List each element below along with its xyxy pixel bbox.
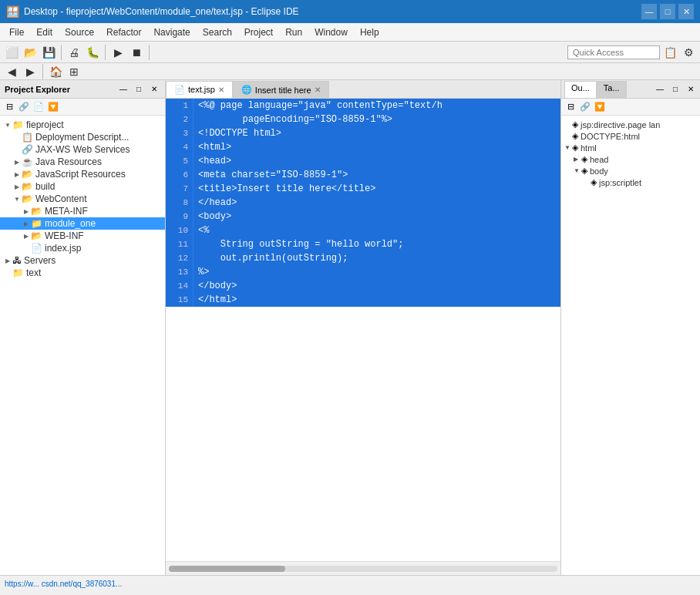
tree-item[interactable]: ▶📂build — [0, 180, 165, 193]
line-content[interactable]: <title>Insert title here</title> — [194, 182, 375, 196]
code-line: 11 String outString = "hello world"; — [166, 237, 560, 251]
menu-item-refactor[interactable]: Refactor — [100, 25, 147, 39]
outline-close-btn[interactable]: ✕ — [685, 83, 697, 96]
outline-collapse-btn[interactable]: ⊟ — [564, 100, 577, 114]
editor-tab[interactable]: 🌐Insert title here✕ — [233, 81, 329, 98]
editor-scrollbar[interactable] — [166, 561, 560, 575]
line-content[interactable]: String outString = "hello world"; — [194, 237, 403, 251]
outline-tab[interactable]: Ou... — [564, 81, 597, 98]
expand-button[interactable]: ⊞ — [66, 63, 82, 80]
outline-tree-item[interactable]: ◈jsp:scriptlet — [561, 176, 700, 188]
home-button[interactable]: 🏠 — [47, 63, 64, 80]
new-button[interactable]: ⬜ — [3, 44, 20, 61]
outline-minimize-btn[interactable]: — — [654, 83, 666, 96]
explorer-close-btn[interactable]: ✕ — [148, 83, 160, 96]
tree-item[interactable]: 📋Deployment Descript... — [0, 131, 165, 143]
outline-tree-item[interactable]: ◈DOCTYPE:html — [561, 130, 700, 142]
tab-close-button[interactable]: ✕ — [218, 86, 224, 94]
outline-item-label: html — [581, 143, 597, 153]
line-content[interactable]: </body> — [194, 279, 237, 293]
tab-close-button[interactable]: ✕ — [315, 86, 321, 94]
line-content[interactable]: </html> — [194, 293, 237, 307]
outline-tree-item[interactable]: ▼◈html — [561, 142, 700, 153]
code-editor[interactable]: 1<%@ page language="java" contentType="t… — [166, 99, 560, 561]
outline-panel: Ou...Ta... — □ ✕ ⊟ 🔗 🔽 ◈jsp:directive.pa… — [561, 80, 700, 575]
menu-item-window[interactable]: Window — [308, 25, 354, 39]
tree-item[interactable]: ▶📂JavaScript Resources — [0, 168, 165, 180]
outline-tree-item[interactable]: ◈jsp:directive.page lan — [561, 119, 700, 130]
run-button[interactable]: ▶ — [109, 44, 126, 61]
separator-3 — [149, 45, 150, 60]
menu-item-help[interactable]: Help — [354, 25, 385, 39]
tree-item[interactable]: 📁text — [0, 267, 165, 279]
back-button[interactable]: ◀ — [3, 63, 20, 80]
line-content[interactable]: <html> — [194, 140, 231, 154]
tree-item[interactable]: ▶📁module_one — [0, 217, 165, 230]
outline-tab[interactable]: Ta... — [597, 81, 627, 98]
tree-item[interactable]: ▶📂WEB-INF — [0, 230, 165, 242]
tree-item-label: WebContent — [35, 193, 87, 204]
tree-item[interactable]: ▶☕Java Resources — [0, 156, 165, 168]
close-button[interactable]: ✕ — [678, 4, 694, 19]
line-content[interactable]: %> — [194, 265, 209, 279]
outline-tree-item[interactable]: ▼◈body — [561, 165, 700, 176]
perspective-settings[interactable]: ⚙ — [680, 44, 697, 61]
line-content[interactable]: <meta charset="ISO-8859-1"> — [194, 168, 348, 182]
tree-item[interactable]: ▼📁fieproject — [0, 119, 165, 131]
tree-item[interactable]: ▶🖧Servers — [0, 254, 165, 267]
menu-item-search[interactable]: Search — [197, 25, 238, 39]
tree-item[interactable]: 🔗JAX-WS Web Services — [0, 143, 165, 156]
tree-item[interactable]: ▼📂WebContent — [0, 193, 165, 205]
line-content[interactable]: pageEncoding="ISO-8859-1"%> — [194, 113, 392, 126]
menu-item-run[interactable]: Run — [279, 25, 308, 39]
menu-item-source[interactable]: Source — [59, 25, 100, 39]
stop-button[interactable]: ⏹ — [128, 44, 145, 61]
line-content[interactable]: <body> — [194, 210, 231, 224]
outline-maximize-btn[interactable]: □ — [669, 83, 681, 96]
link-editor-btn[interactable]: 🔗 — [17, 100, 31, 114]
minimize-button[interactable]: — — [641, 4, 657, 19]
forward-button[interactable]: ▶ — [22, 63, 39, 80]
explorer-minimize-btn[interactable]: — — [117, 83, 130, 96]
outline-filter-btn[interactable]: 🔽 — [593, 100, 607, 114]
tree-item[interactable]: 📄index.jsp — [0, 242, 165, 254]
new-resource-btn[interactable]: 📄 — [32, 100, 45, 114]
editor-tab[interactable]: 📄text.jsp✕ — [166, 81, 233, 98]
line-content[interactable]: <!DOCTYPE html> — [194, 126, 281, 140]
tree-arrow-icon: ▼ — [12, 196, 22, 203]
filter-btn[interactable]: 🔽 — [46, 100, 60, 114]
separator-2 — [105, 45, 106, 60]
menu-item-project[interactable]: Project — [238, 25, 279, 39]
tree-file-icon: 📂 — [31, 230, 42, 241]
outline-arrow-icon: ▼ — [564, 144, 572, 151]
perspective-open-button[interactable]: 📋 — [661, 44, 678, 61]
tree-arrow-icon: ▼ — [3, 122, 12, 129]
menu-item-edit[interactable]: Edit — [30, 25, 59, 39]
outline-link-btn[interactable]: 🔗 — [578, 100, 592, 114]
menu-item-navigate[interactable]: Navigate — [147, 25, 196, 39]
collapse-all-btn[interactable]: ⊟ — [2, 100, 16, 114]
tree-item[interactable]: ▶📂META-INF — [0, 205, 165, 217]
project-explorer-title: Project Explorer — [5, 85, 114, 94]
line-number: 13 — [166, 265, 194, 279]
tree-file-icon: 📁 — [12, 267, 24, 278]
line-content[interactable]: <head> — [194, 154, 231, 168]
save-button[interactable]: 💾 — [40, 44, 57, 61]
debug-button[interactable]: 🐛 — [84, 44, 101, 61]
outline-arrow-icon: ▼ — [574, 167, 581, 174]
main-layout: Project Explorer — □ ✕ ⊟ 🔗 📄 🔽 ▼📁fieproj… — [0, 80, 700, 575]
tree-file-icon: 📂 — [22, 169, 33, 180]
line-number: 3 — [166, 126, 194, 140]
open-button[interactable]: 📂 — [22, 44, 39, 61]
outline-tree-item[interactable]: ▶◈head — [561, 153, 700, 165]
menu-item-file[interactable]: File — [3, 25, 30, 39]
line-content[interactable]: <% — [194, 224, 209, 237]
quick-access-input[interactable] — [567, 45, 660, 59]
line-content[interactable]: out.println(outString); — [194, 251, 348, 265]
maximize-button[interactable]: □ — [660, 4, 675, 19]
print-button[interactable]: 🖨 — [66, 44, 82, 61]
explorer-maximize-btn[interactable]: □ — [133, 83, 145, 96]
line-content[interactable]: </head> — [194, 196, 237, 210]
line-content[interactable]: <%@ page language="java" contentType="te… — [194, 99, 443, 113]
outline-node-icon: ◈ — [591, 177, 597, 187]
